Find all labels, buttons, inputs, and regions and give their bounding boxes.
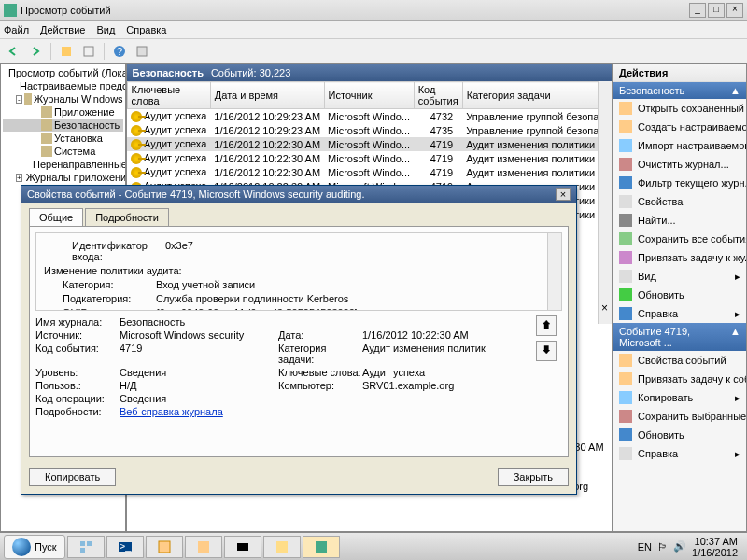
column-header[interactable]: Категория задачи — [462, 82, 611, 109]
action-item[interactable]: Создать настраиваемо... — [613, 118, 746, 136]
next-event-button[interactable]: 🡇 — [536, 341, 557, 361]
table-row[interactable]: Аудит успеха1/16/2012 10:22:30 AMMicroso… — [127, 151, 611, 165]
tree-item[interactable]: +Журналы приложений и служ — [3, 171, 123, 184]
maximize-button[interactable]: □ — [708, 3, 725, 18]
taskbar-item[interactable] — [185, 536, 222, 558]
action-icon — [619, 214, 632, 227]
action-icon — [619, 447, 632, 460]
tree-item[interactable]: Перенаправленные событ — [3, 158, 123, 171]
tree-item[interactable]: Приложение — [3, 105, 123, 119]
prev-event-button[interactable]: 🡅 — [536, 315, 557, 336]
taskbar-item[interactable]: >_ — [106, 536, 144, 558]
expander-icon[interactable]: - — [16, 95, 22, 104]
tree-icon — [41, 106, 52, 118]
properties-button[interactable] — [133, 42, 151, 61]
action-item[interactable]: Вид▸ — [613, 267, 746, 286]
column-header[interactable]: Источник — [324, 82, 414, 109]
tree-item[interactable]: Система — [3, 145, 123, 158]
menu-view[interactable]: Вид — [96, 24, 115, 35]
action-item[interactable]: Копировать▸ — [613, 388, 746, 407]
action-item[interactable]: Открыть сохраненный ... — [613, 99, 746, 118]
key-icon — [131, 111, 142, 122]
filter-button[interactable] — [79, 42, 98, 61]
preview-close-button[interactable]: × — [601, 301, 608, 315]
action-button[interactable] — [57, 42, 76, 61]
collapse-icon[interactable]: ▲ — [730, 326, 740, 348]
tree-icon — [41, 133, 52, 144]
action-icon — [619, 410, 632, 423]
svg-rect-5 — [80, 541, 85, 546]
key-icon — [131, 167, 142, 178]
action-item[interactable]: Фильтр текущего журн... — [613, 174, 746, 192]
window-titlebar: Просмотр событий _ □ × — [0, 0, 747, 21]
tree-item[interactable]: Настраиваемые представлен — [3, 79, 123, 92]
table-row[interactable]: Аудит успеха1/16/2012 10:22:30 AMMicroso… — [127, 137, 611, 151]
actions-pane: Действия Безопасность▲ Открыть сохраненн… — [613, 63, 747, 532]
web-help-link[interactable]: Веб-справка журнала — [120, 406, 223, 417]
tree-item[interactable]: Установка — [3, 132, 123, 145]
tree-item[interactable]: Безопасность — [3, 119, 123, 132]
close-button[interactable]: Закрыть — [498, 468, 569, 486]
dialog-close-button[interactable]: × — [556, 188, 571, 201]
taskbar-item[interactable] — [67, 536, 105, 558]
menu-action[interactable]: Действие — [40, 24, 85, 35]
forward-button[interactable] — [26, 42, 45, 61]
action-icon — [619, 176, 632, 189]
table-row[interactable]: Аудит успеха1/16/2012 10:29:23 AMMicroso… — [127, 123, 611, 137]
scrollbar[interactable] — [598, 81, 612, 324]
taskbar-item-active[interactable] — [303, 536, 340, 558]
taskbar-item[interactable] — [263, 536, 301, 558]
action-item[interactable]: Справка▸ — [613, 304, 746, 323]
tab-details[interactable]: Подробности — [85, 208, 169, 226]
action-item[interactable]: Обновить — [613, 426, 746, 444]
action-icon — [619, 102, 632, 115]
collapse-icon[interactable]: ▲ — [730, 85, 740, 96]
action-icon — [619, 195, 632, 208]
expander-icon[interactable]: + — [16, 174, 22, 182]
action-item[interactable]: Привязать задачу к жу... — [613, 248, 746, 267]
column-header[interactable]: Дата и время — [210, 82, 324, 109]
minimize-button[interactable]: _ — [689, 3, 706, 18]
action-item[interactable]: Сохранить выбранные ... — [613, 407, 746, 426]
clock[interactable]: 10:37 AM1/16/2012 — [692, 536, 738, 558]
tray-flag-icon[interactable]: 🏳 — [657, 541, 668, 553]
language-indicator[interactable]: EN — [638, 541, 652, 553]
action-item[interactable]: Сохранить все события... — [613, 230, 746, 248]
column-header[interactable]: Код события — [414, 82, 462, 109]
table-row[interactable]: Аудит успеха1/16/2012 10:29:23 AMMicroso… — [127, 109, 611, 124]
window-title: Просмотр событий — [21, 5, 111, 16]
toolbar: ? — [0, 39, 747, 63]
action-icon — [619, 139, 632, 152]
help-button[interactable]: ? — [110, 42, 129, 61]
key-icon — [131, 139, 142, 150]
action-item[interactable]: Привязать задачу к соб... — [613, 370, 746, 388]
action-item[interactable]: Свойства — [613, 192, 746, 211]
copy-button[interactable]: Копировать — [29, 468, 116, 486]
tab-general[interactable]: Общие — [29, 208, 83, 226]
tray-network-icon[interactable]: 🔊 — [673, 540, 686, 553]
action-icon — [619, 120, 632, 133]
scrollbar[interactable] — [547, 233, 561, 310]
taskbar-item[interactable] — [224, 536, 261, 558]
taskbar: Пуск >_ EN 🏳 🔊 10:37 AM1/16/2012 — [0, 532, 747, 560]
tree-item[interactable]: -Журналы Windows — [3, 92, 123, 105]
menu-help[interactable]: Справка — [126, 24, 166, 35]
dialog-titlebar[interactable]: Свойства событий - Событие 4719, Microso… — [21, 186, 576, 203]
start-button[interactable]: Пуск — [4, 535, 65, 559]
close-button[interactable]: × — [726, 3, 743, 18]
action-icon — [619, 354, 632, 367]
action-item[interactable]: Справка▸ — [613, 444, 746, 463]
action-item[interactable]: Найти... — [613, 211, 746, 230]
action-item[interactable]: Обновить — [613, 286, 746, 304]
action-item[interactable]: Свойства событий — [613, 351, 746, 370]
svg-rect-7 — [80, 548, 85, 553]
action-item[interactable]: Очистить журнал... — [613, 155, 746, 174]
tree-icon — [41, 146, 52, 157]
menu-file[interactable]: Файл — [4, 24, 29, 35]
system-tray: EN 🏳 🔊 10:37 AM1/16/2012 — [632, 536, 743, 558]
taskbar-item[interactable] — [146, 536, 183, 558]
action-item[interactable]: Импорт настраиваемог... — [613, 136, 746, 155]
back-button[interactable] — [4, 42, 22, 61]
table-row[interactable]: Аудит успеха1/16/2012 10:22:30 AMMicroso… — [127, 165, 611, 179]
column-header[interactable]: Ключевые слова — [127, 82, 210, 109]
